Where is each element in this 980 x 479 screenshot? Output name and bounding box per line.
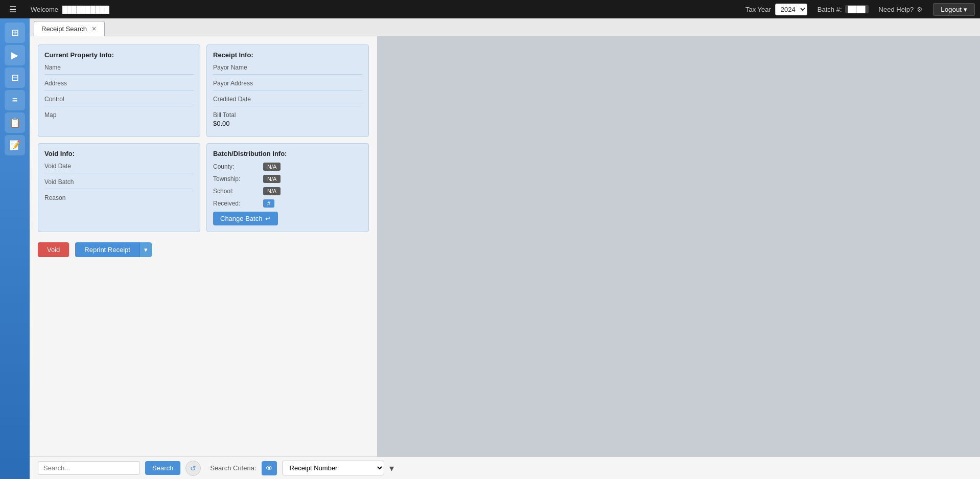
batch-number: ████ [845,5,869,13]
bill-total-field: Bill Total $0.00 [213,111,362,130]
bill-total-value: $0.00 [213,120,362,127]
void-button[interactable]: Void [38,242,69,257]
sidebar-icon-grid[interactable]: ⊟ [5,67,25,88]
receipt-info-title: Receipt Info: [213,51,362,59]
property-address-field: Address [44,80,194,90]
township-label: Township: [213,175,259,183]
current-property-card: Current Property Info: Name Address Cont… [38,44,200,137]
tab-receipt-search[interactable]: Receipt Search × [34,21,105,36]
received-label: Received: [213,200,259,207]
credited-date-label: Credited Date [213,96,251,103]
sidebar: ⊞ ▶ ⊟ ≡ 📋 📝 [0,18,30,479]
void-batch-field: Void Batch [44,178,194,189]
county-row: County: N/A [213,163,362,171]
credited-date-field: Credited Date [213,96,362,106]
payor-address-label: Payor Address [213,80,253,87]
change-batch-label: Change Batch [220,215,262,222]
batch-distribution-title: Batch/Distribution Info: [213,150,362,157]
enter-icon: ↵ [265,215,271,222]
county-value: N/A [263,163,281,171]
batch-distribution-card: Batch/Distribution Info: County: N/A Tow… [206,143,369,232]
criteria-eye-button[interactable]: 👁 [262,461,277,475]
void-date-label: Void Date [44,163,71,170]
left-panel: Current Property Info: Name Address Cont… [30,36,377,479]
property-address-label: Address [44,80,67,87]
reprint-group: Reprint Receipt ▾ [75,242,152,257]
receipt-info-card: Receipt Info: Payor Name Payor Address C… [206,44,369,137]
search-button[interactable]: Search [145,461,180,475]
welcome-text: Welcome [31,6,58,13]
tab-bar: Receipt Search × [30,18,980,36]
received-row: Received: # [213,199,362,208]
property-map-label: Map [44,111,56,119]
sidebar-icon-arrow[interactable]: ▶ [5,45,25,65]
change-batch-button[interactable]: Change Batch ↵ [213,212,278,225]
chevron-down-icon: ▾ [964,6,967,13]
void-reason-label: Reason [44,194,65,201]
logout-button[interactable]: Logout ▾ [933,3,975,16]
sidebar-icon-list[interactable]: ≡ [5,90,25,110]
user-name: ██████████ [62,6,109,13]
void-reason-field: Reason [44,194,194,204]
tax-year-select[interactable]: 2024 2023 2025 [775,4,807,15]
gear-icon: ⚙ [917,6,923,13]
search-input[interactable] [38,461,140,475]
menu-button[interactable]: ☰ [5,3,20,16]
help-section: Need Help? ⚙ [879,6,923,13]
batch-label: Batch #: [818,6,842,13]
logout-label: Logout [941,6,962,13]
app-header: ☰ Welcome ██████████ Tax Year 2024 2023 … [0,0,980,18]
school-label: School: [213,188,259,195]
app-body: ⊞ ▶ ⊟ ≡ 📋 📝 Receipt Search × Current Pro… [0,18,980,479]
property-name-field: Name [44,64,194,75]
payor-name-label: Payor Name [213,64,247,71]
school-row: School: N/A [213,187,362,195]
refresh-button[interactable]: ↺ [185,461,201,476]
reprint-dropdown-button[interactable]: ▾ [139,242,152,257]
tab-label: Receipt Search [41,25,87,33]
void-info-card: Void Info: Void Date Void Batch Reason [38,143,200,232]
tab-close-button[interactable]: × [91,25,97,33]
sidebar-icon-report[interactable]: 📋 [5,112,25,133]
school-value: N/A [263,187,281,195]
property-name-label: Name [44,64,61,71]
eye-icon: 👁 [266,464,273,472]
payor-name-field: Payor Name [213,64,362,75]
action-row: Void Reprint Receipt ▾ [38,238,369,261]
void-date-field: Void Date [44,163,194,173]
sidebar-icon-clipboard[interactable]: 📝 [5,135,25,155]
preview-panel [377,36,980,479]
tax-year-label: Tax Year [745,6,771,13]
void-batch-label: Void Batch [44,178,74,186]
main-content: Receipt Search × Current Property Info: … [30,18,980,479]
help-label: Need Help? [879,6,914,13]
tax-year-section: Tax Year 2024 2023 2025 [745,4,807,15]
property-map-field: Map [44,111,194,122]
criteria-select[interactable]: Receipt Number Name Address Control Map [282,461,384,475]
batch-section: Batch #: ████ [818,5,869,13]
void-info-title: Void Info: [44,150,194,157]
payor-address-field: Payor Address [213,80,362,90]
bill-total-label: Bill Total [213,111,362,119]
welcome-section: Welcome ██████████ [31,6,735,13]
criteria-label: Search Criteria: [210,464,256,472]
township-value: N/A [263,175,281,183]
current-property-title: Current Property Info: [44,51,194,59]
sidebar-icon-dashboard[interactable]: ⊞ [5,22,25,43]
county-label: County: [213,163,259,170]
top-info-grid: Current Property Info: Name Address Cont… [38,44,369,137]
township-row: Township: N/A [213,175,362,183]
reprint-button[interactable]: Reprint Receipt [75,242,139,257]
property-control-label: Control [44,96,64,103]
page-area: Current Property Info: Name Address Cont… [30,36,980,479]
criteria-expand-button[interactable]: ▾ [389,463,394,474]
bottom-bar: Search ↺ Search Criteria: 👁 Receipt Numb… [30,457,980,479]
property-control-field: Control [44,96,194,106]
bottom-info-grid: Void Info: Void Date Void Batch Reason [38,143,369,232]
received-value: # [263,199,274,208]
